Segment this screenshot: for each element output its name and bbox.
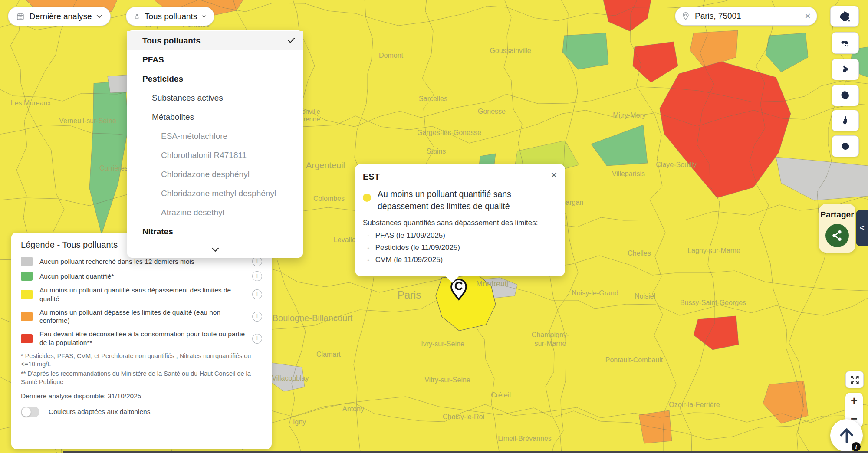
legend-row: Aucun polluant recherché dans les 12 der… [21, 256, 262, 266]
map-place-label: Colombes [313, 195, 345, 202]
fullscreen-icon [849, 374, 860, 385]
popup-substance-list: PFAS (le 11/09/2025) Pesticides (le 11/0… [363, 231, 556, 264]
colorblind-toggle[interactable] [21, 407, 39, 417]
map-place-label: Paris [398, 289, 421, 301]
legend-row: Au moins un polluant dépasse les limites… [21, 308, 262, 325]
map-place-label: Clamart [316, 351, 341, 358]
map-place-label: Villeparisis [612, 170, 645, 177]
list-item: PFAS (le 11/09/2025) [367, 231, 556, 240]
share-button[interactable] [825, 224, 849, 247]
territory-button-guadeloupe[interactable] [832, 32, 859, 54]
info-icon[interactable]: i [252, 289, 262, 299]
france-map-icon [838, 10, 851, 23]
menu-item-chloridazone-desphenyl[interactable]: Chloridazone desphényl [127, 165, 303, 184]
menu-item-pesticides[interactable]: Pesticides [127, 69, 303, 89]
map-place-label: Carrières [99, 164, 128, 172]
martinique-map-icon [839, 64, 851, 76]
map-place-label: Pontault-Combault [605, 356, 663, 364]
map-place-label: Lagny-sur-Marne [687, 247, 740, 254]
menu-item-metabolites[interactable]: Métabolites [127, 108, 303, 127]
info-icon[interactable]: i [252, 271, 262, 281]
menu-item-substances-actives[interactable]: Substances actives [127, 89, 303, 108]
legend-color-swatch [21, 257, 33, 266]
side-panel-toggle[interactable]: < [856, 210, 868, 246]
legend-row: Eau devant être déconseillée à la consom… [21, 330, 262, 347]
map-place-label: Stains [427, 148, 446, 155]
map-place-label: Limeil-Brévannes [498, 435, 552, 442]
search-clear-icon[interactable]: × [805, 11, 811, 21]
pollutant-filter-button[interactable]: Tous polluants [126, 7, 214, 26]
chevron-down-icon [96, 14, 102, 19]
colorblind-toggle-row: Couleurs adaptées aux daltoniens [21, 407, 262, 417]
legend-color-swatch [21, 312, 33, 321]
map-place-label: Champigny- [532, 331, 569, 338]
commune-popup: EST × Au moins un polluant quantifié san… [355, 164, 565, 276]
list-item: CVM (le 11/09/2025) [367, 256, 556, 264]
map-place-label: Goussainville [490, 47, 531, 54]
legend-row: Au moins un polluant quantifié sans dépa… [21, 286, 262, 303]
info-icon[interactable]: i [252, 312, 262, 322]
share-widget: Partager [819, 204, 855, 253]
status-dot [363, 194, 371, 202]
map-place-label: Vitry-sur-Seine [424, 376, 470, 384]
fullscreen-button[interactable] [845, 371, 864, 388]
check-icon [288, 37, 295, 43]
map-place-label: Domont [379, 52, 404, 59]
map-place-label: Sarcelles [419, 95, 447, 102]
zoom-in-button[interactable]: + [845, 393, 863, 410]
info-icon[interactable]: i [252, 256, 262, 266]
territory-button-guyane[interactable] [832, 85, 859, 106]
popup-status-text: Au moins un polluant quantifié sans dépa… [378, 188, 527, 212]
chevron-down-icon [211, 247, 219, 252]
map-place-label: Noisiel [635, 292, 655, 300]
map-place-label: Montreuil [476, 279, 508, 288]
map-place-label: Igny [293, 418, 306, 426]
search-bar: × [675, 7, 817, 26]
menu-item-nitrates[interactable]: Nitrates [127, 222, 303, 241]
popup-subtitle: Substances quantifiés sans dépassement d… [363, 219, 556, 227]
bottom-edge-bar [63, 451, 868, 453]
map-place-label: Chelles [628, 249, 651, 257]
list-item: Pesticides (le 11/09/2025) [367, 243, 556, 252]
legend-color-swatch [21, 334, 33, 343]
map-place-label: sur-Marne [535, 340, 566, 347]
territory-button-france[interactable] [830, 6, 859, 27]
app-window: Les MureauxVerneuil-sur-SeineCarrièresCe… [0, 0, 868, 453]
menu-item-atrazine-desethyl[interactable]: Atrazine déséthyl [127, 203, 303, 222]
menu-item-esa-metolachlore[interactable]: ESA-métolachlore [127, 127, 303, 146]
map-place-label: Les Mureaux [11, 99, 51, 107]
toggle-knob [22, 407, 31, 417]
map-place-label: Créteil [491, 391, 511, 399]
guyane-map-icon [839, 90, 851, 102]
legend-color-swatch [21, 290, 33, 299]
menu-item-pfas[interactable]: PFAS [127, 50, 303, 69]
location-pin-icon [681, 12, 690, 20]
search-input[interactable] [694, 11, 801, 21]
map-place-label: Ozoir-la-Ferrière [669, 401, 720, 408]
menu-item-chlorothalonil[interactable]: Chlorothalonil R471811 [127, 146, 303, 165]
commune-region [639, 410, 672, 443]
period-filter-label: Dernière analyse [30, 12, 92, 21]
territory-button-mayotte[interactable] [832, 110, 859, 131]
menu-item-chloridazone-methyl-desphenyl[interactable]: Chloridazone methyl desphényl [127, 184, 303, 203]
period-filter-button[interactable]: Dernière analyse [8, 7, 111, 26]
menu-scroll-more[interactable] [127, 241, 303, 258]
menu-item-tous-polluants[interactable]: Tous polluants [127, 31, 303, 50]
share-label: Partager [820, 210, 854, 220]
legend-footnote-1: * Pesticides, PFAS, CVM, et Perchlorate … [21, 352, 262, 369]
map-place-label: Boulogne-Billancourt [273, 313, 353, 323]
map-place-label: Argenteuil [306, 161, 345, 170]
territory-button-martinique[interactable] [832, 59, 859, 80]
last-analysis-date: Dernière analyse disponible: 31/10/2025 [21, 392, 262, 400]
legend-row: Aucun polluant quantifié* i [21, 271, 262, 281]
info-icon[interactable]: i [252, 334, 262, 344]
share-icon [831, 230, 843, 242]
map-place-label: Claye-Souilly [656, 161, 696, 168]
pollutant-dropdown-menu: Tous polluants PFAS Pesticides Substance… [127, 30, 303, 258]
legend-footnote-2: ** D'après les recommandations du Minist… [21, 370, 262, 387]
info-icon[interactable]: i [852, 442, 861, 451]
pollutant-filter-label: Tous polluants [145, 12, 197, 21]
territory-button-reunion[interactable] [832, 135, 859, 157]
close-icon[interactable]: × [551, 169, 557, 181]
map-place-label: Noisy-le-Grand [572, 289, 618, 297]
